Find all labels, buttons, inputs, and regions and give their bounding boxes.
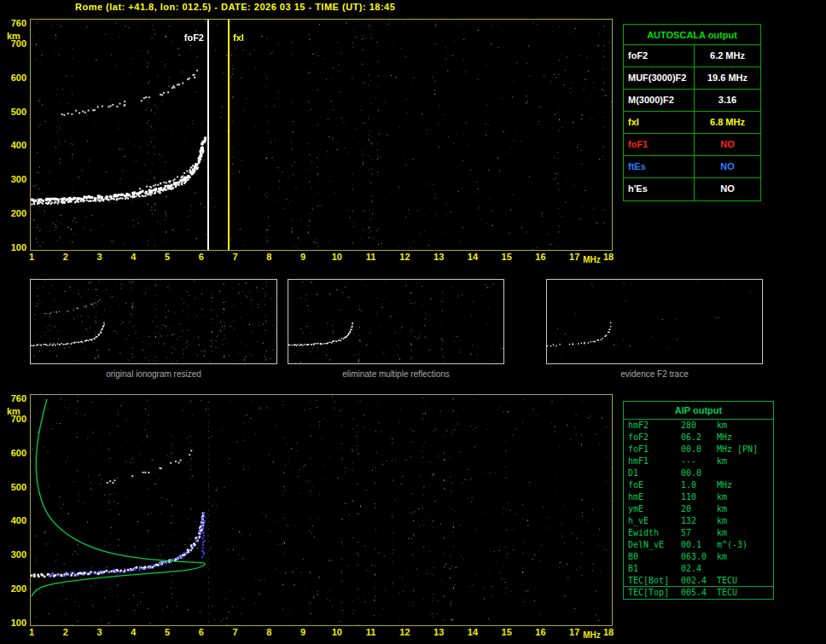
aip-unit: km <box>717 551 773 563</box>
aip-value: 00.1 <box>681 539 717 551</box>
autoscala-row-label: fxI <box>624 112 694 133</box>
aip-name: h_vE <box>628 515 681 527</box>
aip-value: 06.2 <box>681 432 717 444</box>
marker-line-foF2 <box>207 20 209 250</box>
x-tick-18-top: 18 <box>599 252 618 263</box>
aip-value: 002.4 <box>681 575 717 587</box>
aip-unit: TECU <box>717 587 773 599</box>
y-tick-200-top: 200 <box>0 208 26 219</box>
x-tick-11-bottom: 11 <box>362 627 381 638</box>
thumbnail-caption-f2-evidence: evidence F2 trace <box>546 369 763 379</box>
autoscala-row-label: M(3000)F2 <box>624 90 694 111</box>
y-tick-100-bottom: 100 <box>0 618 26 629</box>
aip-name: DelN_vE <box>628 539 681 551</box>
x-tick-5-top: 5 <box>158 252 177 263</box>
aip-unit <box>717 563 773 575</box>
aip-row-B1: B102.4 <box>624 563 773 575</box>
aip-name: TEC[Bot] <box>628 575 681 587</box>
aip-name: ymE <box>628 503 681 515</box>
x-tick-7-top: 7 <box>226 252 245 263</box>
ionogram-plot-top <box>30 19 613 251</box>
aip-unit: km <box>717 491 773 503</box>
aip-unit: km <box>717 455 773 467</box>
autoscala-row-label: ftEs <box>624 156 694 177</box>
aip-name: TEC[Top] <box>628 587 681 599</box>
x-tick-2-bottom: 2 <box>56 627 75 638</box>
x-tick-16-bottom: 16 <box>531 627 550 638</box>
autoscala-row-value: NO <box>694 134 760 155</box>
aip-unit <box>717 467 773 479</box>
autoscala-row-ftEs: ftEsNO <box>624 156 760 178</box>
aip-unit: km <box>717 503 773 515</box>
aip-row-DelN_vE: DelN_vE00.1m^(-3) <box>624 539 773 551</box>
aip-row-TEC[Top]: TEC[Top]005.4TECU <box>624 587 773 599</box>
y-axis-unit-bottom: km <box>7 406 20 416</box>
thumbnail-no-multiples <box>288 279 504 364</box>
x-tick-6-top: 6 <box>192 252 211 263</box>
page-title: Rome (lat: +41.8, lon: 012.5) - DATE: 20… <box>75 2 395 12</box>
x-tick-15-bottom: 15 <box>497 627 516 638</box>
x-axis-unit-bottom: MHz <box>583 630 601 640</box>
aip-row-hmF2: hmF2280km <box>624 420 773 432</box>
x-tick-18-bottom: 18 <box>599 627 618 638</box>
aip-value: 57 <box>681 527 717 539</box>
aip-unit: m^(-3) <box>717 539 773 551</box>
aip-name: hmE <box>628 491 681 503</box>
x-tick-15-top: 15 <box>497 252 516 263</box>
aip-row-ymE: ymE20km <box>624 503 773 515</box>
marker-label-foF2: foF2 <box>168 32 204 43</box>
thumbnail-caption-original: original ionogram resized <box>30 369 277 379</box>
aip-row-B0: B0063.0km <box>624 551 773 563</box>
autoscala-row-foF1: foF1NO <box>624 134 760 156</box>
x-tick-10-bottom: 10 <box>328 627 346 638</box>
aip-row-foF1: foF100.0MHz [PN] <box>624 444 773 455</box>
aip-row-TEC[Bot]: TEC[Bot]002.4TECU <box>624 575 773 587</box>
autoscala-row-value: 3.16 <box>694 90 760 111</box>
aip-name: D1 <box>628 467 681 479</box>
autoscala-row-h'Es: h'EsNO <box>624 178 760 200</box>
aip-value: 280 <box>681 420 717 432</box>
autoscala-row-value: 6.2 MHz <box>694 45 760 67</box>
x-tick-8-top: 8 <box>259 252 278 263</box>
autoscala-output-table: AUTOSCALA output foF26.2 MHzMUF(3000)F21… <box>623 24 761 201</box>
thumbnail-caption-no-multiples: eliminate multiple reflections <box>288 369 504 379</box>
autoscala-row-label: foF2 <box>624 45 694 67</box>
x-tick-9-top: 9 <box>294 252 312 263</box>
y-tick-400-bottom: 400 <box>0 515 26 526</box>
y-axis-unit-top: km <box>7 31 20 41</box>
marker-label-fxI: fxI <box>233 32 244 43</box>
aip-value: 063.0 <box>681 551 717 563</box>
aip-unit: MHz <box>717 432 773 444</box>
x-tick-3-bottom: 3 <box>90 627 109 638</box>
aip-name: foF1 <box>628 444 681 455</box>
aip-unit: TECU <box>717 575 773 587</box>
autoscala-row-label: foF1 <box>624 134 694 155</box>
aip-row-foE: foE1.0MHz <box>624 479 773 491</box>
x-tick-4-top: 4 <box>124 252 143 263</box>
aip-name: foF2 <box>628 432 681 444</box>
y-tick-760-top: 760 <box>0 18 26 29</box>
autoscala-row-value: 6.8 MHz <box>694 112 760 133</box>
autoscala-row-label: MUF(3000)F2 <box>624 67 694 89</box>
y-tick-300-top: 300 <box>0 174 26 185</box>
autoscala-row-value: NO <box>694 178 760 200</box>
x-tick-11-top: 11 <box>362 252 381 263</box>
aip-value: 1.0 <box>681 479 717 491</box>
y-tick-100-top: 100 <box>0 242 26 253</box>
thumbnail-canvas-no-multiples <box>288 280 503 363</box>
y-tick-760-bottom: 760 <box>0 393 26 404</box>
autoscala-table-body: foF26.2 MHzMUF(3000)F219.6 MHzM(3000)F23… <box>624 45 760 200</box>
thumbnail-canvas-original <box>31 280 276 363</box>
aip-value: --- <box>681 455 717 467</box>
x-tick-7-bottom: 7 <box>226 627 245 638</box>
aip-name: hmF1 <box>628 455 681 467</box>
aip-unit: MHz <box>717 479 773 491</box>
x-tick-4-bottom: 4 <box>124 627 143 638</box>
aip-row-hmF1: hmF1---km <box>624 455 773 467</box>
aip-table-body: hmF2280kmfoF206.2MHzfoF100.0MHz [PN]hmF1… <box>624 420 773 599</box>
aip-value: 00.0 <box>681 467 717 479</box>
x-tick-6-bottom: 6 <box>192 627 211 638</box>
x-tick-10-top: 10 <box>328 252 346 263</box>
aip-unit: km <box>717 420 773 432</box>
x-tick-13-top: 13 <box>429 252 448 263</box>
